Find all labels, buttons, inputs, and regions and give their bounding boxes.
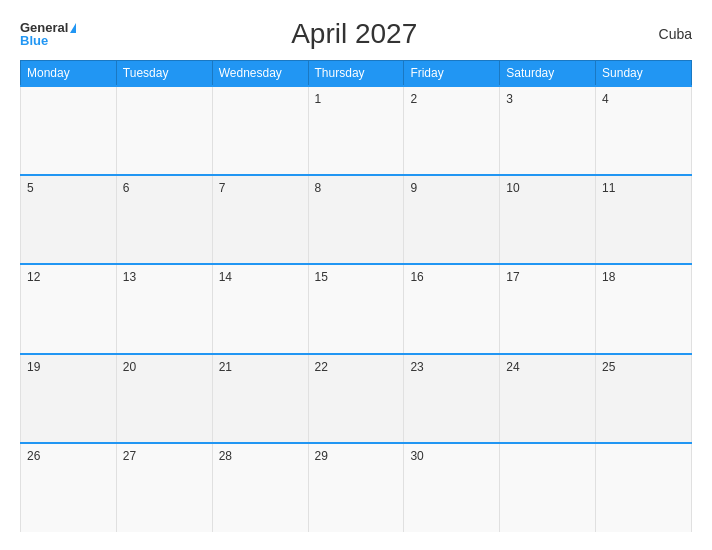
calendar-header: General Blue April 2027 Cuba — [20, 18, 692, 50]
day-number: 28 — [219, 449, 232, 463]
calendar-cell: 23 — [404, 354, 500, 443]
day-header-sunday: Sunday — [596, 61, 692, 87]
calendar-cell: 2 — [404, 86, 500, 175]
day-number: 10 — [506, 181, 519, 195]
logo: General Blue — [20, 21, 76, 47]
day-number: 29 — [315, 449, 328, 463]
calendar-cell: 21 — [212, 354, 308, 443]
day-number: 23 — [410, 360, 423, 374]
day-number: 14 — [219, 270, 232, 284]
calendar-cell — [500, 443, 596, 532]
week-row-3: 12131415161718 — [21, 264, 692, 353]
day-number: 22 — [315, 360, 328, 374]
day-header-thursday: Thursday — [308, 61, 404, 87]
calendar-cell: 7 — [212, 175, 308, 264]
calendar-cell — [21, 86, 117, 175]
calendar-cell: 26 — [21, 443, 117, 532]
day-number: 16 — [410, 270, 423, 284]
week-row-2: 567891011 — [21, 175, 692, 264]
week-row-5: 2627282930 — [21, 443, 692, 532]
calendar-cell: 9 — [404, 175, 500, 264]
calendar-cell: 4 — [596, 86, 692, 175]
day-number: 2 — [410, 92, 417, 106]
day-number: 26 — [27, 449, 40, 463]
day-number: 13 — [123, 270, 136, 284]
calendar-cell: 15 — [308, 264, 404, 353]
logo-blue-text: Blue — [20, 34, 48, 47]
day-number: 6 — [123, 181, 130, 195]
day-number: 15 — [315, 270, 328, 284]
calendar-cell: 3 — [500, 86, 596, 175]
day-number: 17 — [506, 270, 519, 284]
day-number: 5 — [27, 181, 34, 195]
day-number: 18 — [602, 270, 615, 284]
week-row-4: 19202122232425 — [21, 354, 692, 443]
calendar-cell: 11 — [596, 175, 692, 264]
calendar-cell: 30 — [404, 443, 500, 532]
calendar-cell: 18 — [596, 264, 692, 353]
calendar-cell: 14 — [212, 264, 308, 353]
calendar-cell: 8 — [308, 175, 404, 264]
calendar-table: MondayTuesdayWednesdayThursdayFridaySatu… — [20, 60, 692, 532]
day-number: 24 — [506, 360, 519, 374]
day-number: 25 — [602, 360, 615, 374]
day-number: 30 — [410, 449, 423, 463]
day-header-tuesday: Tuesday — [116, 61, 212, 87]
calendar-cell: 27 — [116, 443, 212, 532]
calendar-cell: 16 — [404, 264, 500, 353]
calendar-cell: 5 — [21, 175, 117, 264]
calendar-cell: 22 — [308, 354, 404, 443]
calendar-cell: 28 — [212, 443, 308, 532]
calendar-page: General Blue April 2027 Cuba MondayTuesd… — [0, 0, 712, 550]
day-number: 11 — [602, 181, 615, 195]
country-label: Cuba — [632, 26, 692, 42]
calendar-cell — [596, 443, 692, 532]
calendar-cell: 24 — [500, 354, 596, 443]
calendar-cell: 13 — [116, 264, 212, 353]
calendar-cell — [212, 86, 308, 175]
day-number: 1 — [315, 92, 322, 106]
day-number: 21 — [219, 360, 232, 374]
calendar-cell: 29 — [308, 443, 404, 532]
days-header-row: MondayTuesdayWednesdayThursdayFridaySatu… — [21, 61, 692, 87]
calendar-cell: 6 — [116, 175, 212, 264]
calendar-cell: 25 — [596, 354, 692, 443]
day-header-friday: Friday — [404, 61, 500, 87]
day-header-saturday: Saturday — [500, 61, 596, 87]
day-number: 3 — [506, 92, 513, 106]
calendar-cell: 20 — [116, 354, 212, 443]
day-header-wednesday: Wednesday — [212, 61, 308, 87]
day-number: 7 — [219, 181, 226, 195]
day-number: 19 — [27, 360, 40, 374]
calendar-cell: 1 — [308, 86, 404, 175]
day-header-monday: Monday — [21, 61, 117, 87]
day-number: 9 — [410, 181, 417, 195]
calendar-cell — [116, 86, 212, 175]
calendar-cell: 19 — [21, 354, 117, 443]
day-number: 20 — [123, 360, 136, 374]
day-number: 27 — [123, 449, 136, 463]
calendar-title: April 2027 — [76, 18, 632, 50]
calendar-cell: 12 — [21, 264, 117, 353]
calendar-cell: 17 — [500, 264, 596, 353]
day-number: 12 — [27, 270, 40, 284]
calendar-cell: 10 — [500, 175, 596, 264]
week-row-1: 1234 — [21, 86, 692, 175]
day-number: 8 — [315, 181, 322, 195]
day-number: 4 — [602, 92, 609, 106]
